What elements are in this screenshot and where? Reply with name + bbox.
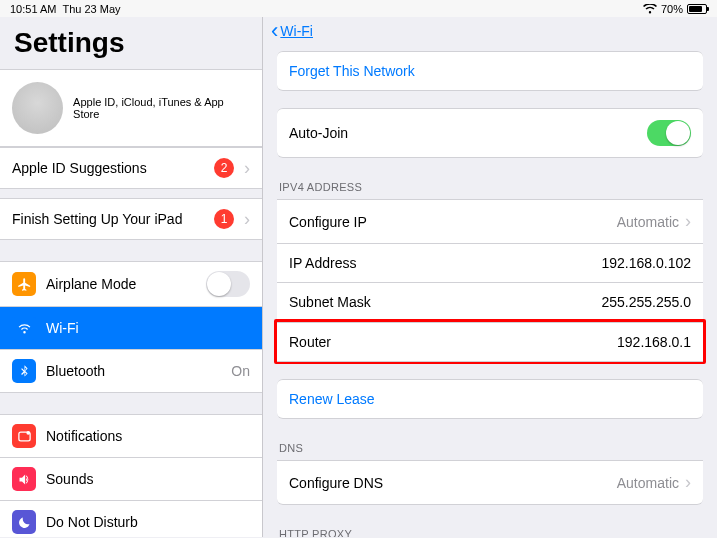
- notifications-row[interactable]: Notifications: [0, 414, 262, 458]
- sounds-row[interactable]: Sounds: [0, 457, 262, 501]
- back-label: Wi-Fi: [280, 23, 313, 39]
- apple-id-suggestions-badge: 2: [214, 158, 234, 178]
- status-bar: 10:51 AM Thu 23 May 70%: [0, 0, 717, 17]
- sounds-label: Sounds: [46, 471, 250, 487]
- chevron-left-icon: ‹: [271, 24, 278, 38]
- router-row: Router 192.168.0.1: [277, 322, 703, 362]
- ip-address-value: 192.168.0.102: [601, 255, 691, 271]
- chevron-right-icon: ›: [685, 211, 691, 232]
- chevron-right-icon: ›: [685, 472, 691, 493]
- chevron-right-icon: ›: [244, 158, 250, 179]
- finish-setup-badge: 1: [214, 209, 234, 229]
- notifications-label: Notifications: [46, 428, 250, 444]
- auto-join-row[interactable]: Auto-Join: [277, 108, 703, 158]
- wifi-label: Wi-Fi: [46, 320, 250, 336]
- dns-header: DNS: [277, 436, 703, 460]
- ip-address-label: IP Address: [289, 255, 356, 271]
- router-highlight: Router 192.168.0.1: [274, 319, 706, 364]
- status-time: 10:51 AM: [10, 3, 56, 15]
- finish-setup-label: Finish Setting Up Your iPad: [12, 211, 204, 227]
- bluetooth-label: Bluetooth: [46, 363, 221, 379]
- forget-network-label: Forget This Network: [289, 63, 415, 79]
- wifi-icon: [12, 316, 36, 340]
- proxy-header: HTTP PROXY: [277, 522, 703, 537]
- dnd-row[interactable]: Do Not Disturb: [0, 500, 262, 537]
- apple-id-suggestions-label: Apple ID Suggestions: [12, 160, 204, 176]
- detail-pane: ‹ Wi-Fi Forget This Network Auto-Join IP…: [263, 17, 717, 537]
- dnd-label: Do Not Disturb: [46, 514, 250, 530]
- back-button[interactable]: ‹ Wi-Fi: [271, 23, 313, 39]
- apple-id-suggestions-row[interactable]: Apple ID Suggestions 2 ›: [0, 147, 262, 189]
- sounds-icon: [12, 467, 36, 491]
- forget-network-button[interactable]: Forget This Network: [277, 51, 703, 91]
- subnet-value: 255.255.255.0: [601, 294, 691, 310]
- settings-sidebar: Settings Apple ID, iCloud, iTunes & App …: [0, 17, 263, 537]
- auto-join-label: Auto-Join: [289, 125, 348, 141]
- subnet-label: Subnet Mask: [289, 294, 371, 310]
- wifi-row[interactable]: Wi-Fi: [0, 306, 262, 350]
- status-date: Thu 23 May: [62, 3, 120, 15]
- notifications-icon: [12, 424, 36, 448]
- configure-dns-row[interactable]: Configure DNS Automatic ›: [277, 460, 703, 505]
- apple-id-subtext: Apple ID, iCloud, iTunes & App Store: [73, 96, 250, 120]
- renew-lease-label: Renew Lease: [289, 391, 375, 407]
- chevron-right-icon: ›: [244, 209, 250, 230]
- apple-id-row[interactable]: Apple ID, iCloud, iTunes & App Store: [0, 69, 262, 147]
- wifi-status-icon: [643, 4, 657, 14]
- moon-icon: [12, 510, 36, 534]
- renew-lease-button[interactable]: Renew Lease: [277, 379, 703, 419]
- router-value: 192.168.0.1: [617, 334, 691, 350]
- avatar: [12, 82, 63, 134]
- ip-address-row: IP Address 192.168.0.102: [277, 243, 703, 283]
- configure-ip-label: Configure IP: [289, 214, 367, 230]
- battery-icon: [687, 4, 707, 14]
- finish-setup-row[interactable]: Finish Setting Up Your iPad 1 ›: [0, 198, 262, 240]
- airplane-mode-row[interactable]: Airplane Mode: [0, 261, 262, 307]
- configure-ip-value: Automatic ›: [617, 211, 691, 232]
- page-title: Settings: [0, 17, 262, 69]
- subnet-row: Subnet Mask 255.255.255.0: [277, 282, 703, 322]
- airplane-toggle[interactable]: [206, 271, 250, 297]
- ipv4-header: IPV4 ADDRESS: [277, 175, 703, 199]
- configure-ip-row[interactable]: Configure IP Automatic ›: [277, 199, 703, 244]
- bluetooth-row[interactable]: Bluetooth On: [0, 349, 262, 393]
- svg-point-1: [26, 430, 30, 434]
- bluetooth-value: On: [231, 363, 250, 379]
- configure-dns-label: Configure DNS: [289, 475, 383, 491]
- bluetooth-icon: [12, 359, 36, 383]
- auto-join-toggle[interactable]: [647, 120, 691, 146]
- detail-header: ‹ Wi-Fi: [263, 17, 717, 51]
- airplane-icon: [12, 272, 36, 296]
- airplane-label: Airplane Mode: [46, 276, 196, 292]
- router-label: Router: [289, 334, 331, 350]
- configure-dns-value: Automatic ›: [617, 472, 691, 493]
- battery-percent: 70%: [661, 3, 683, 15]
